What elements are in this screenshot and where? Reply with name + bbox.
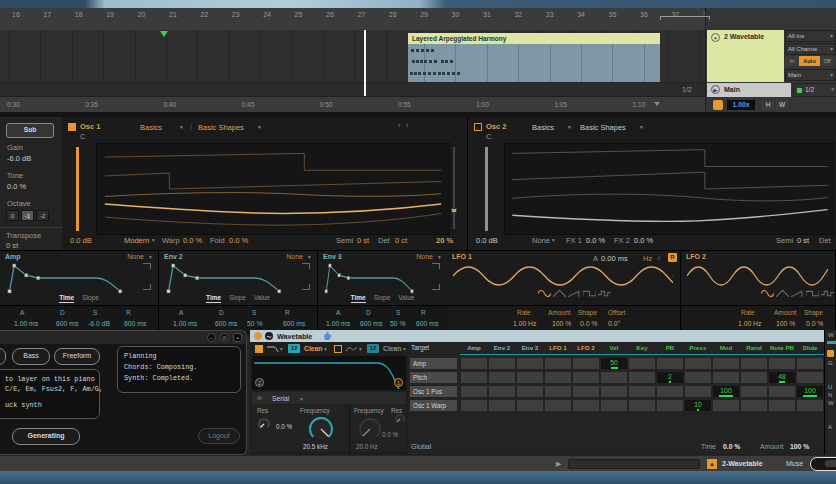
matrix-cell-pitch-lfo-1[interactable] <box>545 372 571 383</box>
matrix-col-press[interactable]: Press <box>684 344 712 351</box>
matrix-cell-pitch-key[interactable] <box>629 372 655 383</box>
matrix-cell-osc-1-pos-pb[interactable] <box>657 386 683 397</box>
matrix-target-amp[interactable]: Amp <box>410 358 457 369</box>
matrix-target-pitch[interactable]: Pitch <box>410 372 457 383</box>
random-icon[interactable] <box>821 289 834 300</box>
locator-marker[interactable] <box>160 31 168 37</box>
generating-button[interactable]: Generating <box>12 428 80 445</box>
matrix-cell-amp-pb[interactable] <box>657 358 683 369</box>
lfo-param-value[interactable]: 0.0 % <box>580 320 597 327</box>
matrix-cell-osc-1-warp-rand[interactable] <box>741 400 767 411</box>
matrix-cell-osc-1-warp-lfo-1[interactable] <box>545 400 571 411</box>
matrix-col-amp[interactable]: Amp <box>460 344 488 351</box>
fx1-value[interactable]: 0.0 % <box>586 236 605 245</box>
matrix-cell-pitch-lfo-2[interactable] <box>573 372 599 383</box>
matrix-cell-osc-1-pos-rand[interactable] <box>741 386 767 397</box>
env-param-value[interactable]: 50 % <box>247 320 263 327</box>
sine-icon[interactable] <box>538 289 551 300</box>
envelope-curve[interactable] <box>4 262 133 294</box>
w-button[interactable]: W <box>776 100 788 110</box>
osc1-gain-value[interactable]: 0.0 dB <box>70 236 92 245</box>
fx2-value[interactable]: 0.0 % <box>634 236 653 245</box>
tab-bass[interactable]: Bass <box>12 348 50 365</box>
tab-time[interactable]: Time <box>206 294 221 303</box>
lfo-rate-mode-hz[interactable]: Hz <box>643 254 652 263</box>
lfo-waveform-display[interactable] <box>687 263 828 289</box>
matrix-cell-osc-1-warp-vel[interactable] <box>601 400 627 411</box>
matrix-cell-amp-vel[interactable]: 50 <box>601 358 627 369</box>
tab-time[interactable]: Time <box>351 294 366 303</box>
play-icon[interactable]: ▶ <box>556 460 561 468</box>
semi-value[interactable]: 0 st <box>357 236 369 245</box>
lfo-param-value[interactable]: 0.0 % <box>806 320 823 327</box>
env-param-value[interactable]: 1.00 ms <box>173 320 197 327</box>
matrix-cell-osc-1-pos-press[interactable] <box>685 386 711 397</box>
matrix-cell-pitch-slide[interactable] <box>797 372 823 383</box>
filter2-slope-toggle[interactable]: 12 <box>367 344 379 353</box>
matrix-cell-amp-lfo-1[interactable] <box>545 358 571 369</box>
osc2-category-select[interactable]: Basics <box>532 123 554 132</box>
lfo-param-value[interactable]: 0.0° <box>608 320 620 327</box>
det-value[interactable]: 0 ct <box>395 236 407 245</box>
filter1-enable-checkbox[interactable] <box>255 345 263 353</box>
matrix-cell-osc-1-pos-amp[interactable] <box>461 386 487 397</box>
warning-icon[interactable]: ▲ <box>707 459 717 469</box>
filter2-freq-value[interactable]: 20.0 Hz <box>356 443 378 450</box>
matrix-cell-osc-1-warp-lfo-2[interactable] <box>573 400 599 411</box>
plugin-window-titlebar[interactable]: − ⊘ ▪ <box>0 331 246 344</box>
envelope-curve[interactable] <box>322 262 422 294</box>
filter1-type-icon[interactable] <box>266 345 279 355</box>
mod-target-select[interactable]: None <box>416 253 433 260</box>
matrix-cell-amp-slide[interactable] <box>797 358 823 369</box>
filter2-type-icon[interactable] <box>345 345 358 355</box>
playback-speed-badge[interactable]: 1.00x <box>727 100 755 110</box>
filter1-handle[interactable]: 1 <box>394 378 403 387</box>
matrix-cell-osc-1-pos-env-2[interactable] <box>489 386 515 397</box>
filter2-enable-checkbox[interactable] <box>334 345 342 353</box>
matrix-col-env-3[interactable]: Env 3 <box>516 344 544 351</box>
filter1-slope-toggle[interactable]: 12 <box>288 344 300 353</box>
hot-swap-icon[interactable] <box>265 332 273 340</box>
mod-target-select[interactable]: None <box>286 253 303 260</box>
env-param-value[interactable]: 600 ms <box>56 320 78 327</box>
matrix-cell-osc-1-pos-lfo-1[interactable] <box>545 386 571 397</box>
matrix-cell-pitch-vel[interactable] <box>601 372 627 383</box>
matrix-cell-pitch-rand[interactable] <box>741 372 767 383</box>
matrix-target-osc-1-warp[interactable]: Osc 1 Warp <box>410 400 457 411</box>
loop-brace[interactable] <box>660 16 710 22</box>
mod-target-select[interactable]: None <box>127 253 144 260</box>
warp-value[interactable]: 0.0 % <box>183 236 202 245</box>
random-icon[interactable] <box>598 289 611 300</box>
osc2-enable-checkbox[interactable] <box>474 123 482 131</box>
tone-value[interactable]: 0.0 % <box>7 182 26 191</box>
deactivate-icon[interactable]: ⊘ <box>220 333 229 342</box>
env-param-value[interactable]: 600 ms <box>124 320 146 327</box>
matrix-col-key[interactable]: Key <box>628 344 656 351</box>
muse-plugin-window[interactable]: − ⊘ ▪ Bass Freeform to layer on this pia… <box>0 330 247 455</box>
main-track-lane[interactable]: 1/2 <box>0 82 705 97</box>
global-amount-value[interactable]: 100 % <box>790 443 809 450</box>
note-sync-icon[interactable]: ♪ <box>657 253 661 262</box>
osc2-gain-value[interactable]: 0.0 dB <box>476 236 498 245</box>
filter2-handle[interactable]: 2 <box>255 378 264 387</box>
input-type-select[interactable]: All Ins▾ <box>785 30 836 42</box>
tab-slope[interactable]: Slope <box>229 294 246 301</box>
triangle-icon[interactable] <box>776 289 789 300</box>
matrix-cell-osc-1-warp-mod[interactable] <box>713 400 739 411</box>
matrix-cell-pitch-env-3[interactable] <box>517 372 543 383</box>
matrix-col-rand[interactable]: Rand <box>740 344 768 351</box>
h-button[interactable]: H <box>762 100 774 110</box>
sine-icon[interactable] <box>761 289 774 300</box>
status-field[interactable] <box>568 459 700 469</box>
env-param-value[interactable]: 50 % <box>390 320 406 327</box>
track-header-wavetable[interactable]: ▾ 2 Wavetable <box>707 30 784 82</box>
lfo-retrigger-button[interactable]: R <box>668 253 677 262</box>
matrix-col-lfo-2[interactable]: LFO 2 <box>572 344 600 351</box>
osc1-warp-mode-select[interactable]: Modern <box>124 236 149 245</box>
device-reference-label[interactable]: 2-Wavetable <box>722 460 763 467</box>
tab-slope[interactable]: Slope <box>82 294 99 301</box>
main-track-header[interactable]: ▶ Main <box>707 83 791 97</box>
osc2-effect-select[interactable]: None <box>532 236 550 245</box>
matrix-cell-osc-1-pos-vel[interactable] <box>601 386 627 397</box>
output-select[interactable]: Main▾ <box>785 69 836 81</box>
